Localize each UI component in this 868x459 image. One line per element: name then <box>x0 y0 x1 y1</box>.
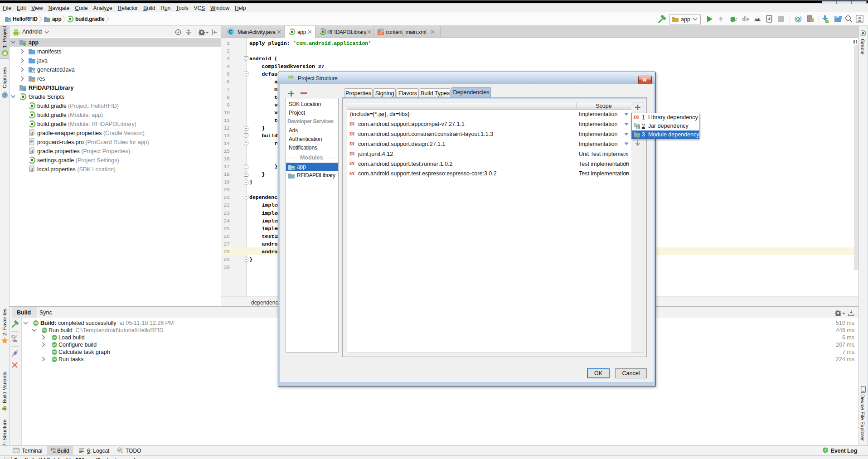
svg-text:C: C <box>229 29 233 34</box>
svg-text:10: 10 <box>53 450 56 454</box>
svg-text:1: 1 <box>824 448 827 452</box>
svg-text:<>: <> <box>379 32 383 35</box>
svg-text:ab: ab <box>13 338 17 343</box>
